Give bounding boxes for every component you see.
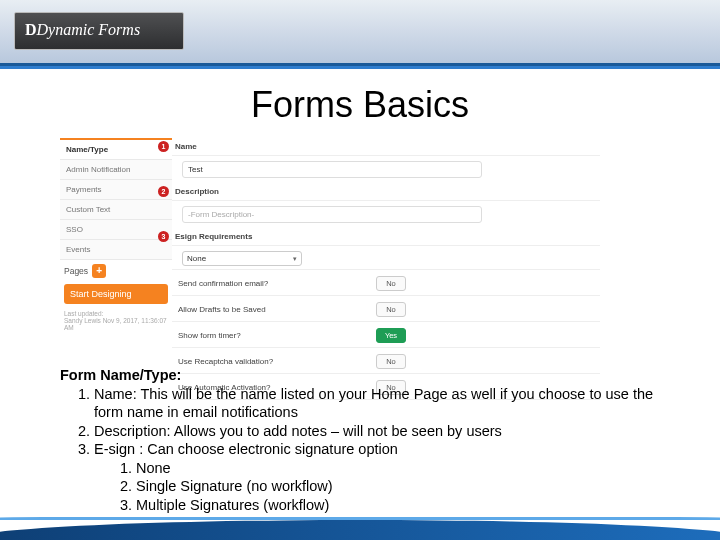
settings-main: 1 Name Test 2 Description -Form Descript…	[172, 138, 600, 356]
settings-sidebar: Name/Type Admin Notification Payments Cu…	[60, 138, 172, 356]
esign-row: 3 Esign Requirements	[172, 228, 600, 246]
desc-heading: Form Name/Type:	[60, 367, 181, 383]
name-input[interactable]: Test	[182, 161, 482, 178]
dynamic-forms-logo: DDynamic Forms	[14, 12, 184, 50]
esign-select[interactable]: None	[182, 251, 302, 266]
toggle-confirmation[interactable]: No	[376, 276, 406, 291]
last-updated: Last updated: Sandy Lewis Nov 9, 2017, 1…	[60, 306, 172, 335]
name-label: Name	[175, 142, 197, 151]
desc-list: Name: This will be the name listed on yo…	[94, 385, 680, 515]
callout-3: 3	[158, 231, 169, 242]
desc-item-2: Description: Allows you to add notes – w…	[94, 422, 680, 441]
esign-field-row: None	[172, 248, 600, 270]
desc-sub-2: Single Signature (no workflow)	[136, 477, 680, 496]
desc-sub-1: None	[136, 459, 680, 478]
desc-item-1: Name: This will be the name listed on yo…	[94, 385, 680, 422]
desc-item-3: E-sign : Can choose electronic signature…	[94, 440, 680, 514]
desc-item-3-text: E-sign : Can choose electronic signature…	[94, 441, 398, 457]
description-block: Form Name/Type: Name: This will be the n…	[60, 366, 680, 514]
add-page-button[interactable]: +	[92, 264, 106, 278]
description-field-row: -Form Description-	[172, 203, 600, 226]
callout-1: 1	[158, 141, 169, 152]
page-title: Forms Basics	[0, 84, 720, 126]
esign-value: None	[187, 254, 206, 263]
description-label: Description	[175, 187, 219, 196]
toggle-drafts[interactable]: No	[376, 302, 406, 317]
form-settings-screenshot: Name/Type Admin Notification Payments Cu…	[60, 138, 600, 356]
last-updated-value: Sandy Lewis Nov 9, 2017, 11:36:07 AM	[64, 317, 168, 331]
sidebar-item-custom-text[interactable]: Custom Text	[60, 200, 172, 220]
sidebar-item-name-type[interactable]: Name/Type	[60, 138, 172, 160]
toggle-timer[interactable]: Yes	[376, 328, 406, 343]
callout-2: 2	[158, 186, 169, 197]
desc-sub-3: Multiple Signatures (workflow)	[136, 496, 680, 515]
sidebar-item-payments[interactable]: Payments	[60, 180, 172, 200]
toggle-label: Show form timer?	[178, 331, 241, 340]
toggle-label: Use Recaptcha validation?	[178, 357, 273, 366]
sidebar-item-sso[interactable]: SSO	[60, 220, 172, 240]
toggle-row-timer: Show form timer? Yes	[172, 324, 600, 348]
desc-sublist: None Single Signature (no workflow) Mult…	[136, 459, 680, 515]
description-input[interactable]: -Form Description-	[182, 206, 482, 223]
toggle-row-confirmation: Send confirmation email? No	[172, 272, 600, 296]
pages-label: Pages	[64, 266, 88, 276]
start-designing-button[interactable]: Start Designing	[64, 284, 168, 304]
sidebar-item-admin-notification[interactable]: Admin Notification	[60, 160, 172, 180]
esign-label: Esign Requirements	[175, 232, 252, 241]
description-row: 2 Description	[172, 183, 600, 201]
name-field-row: Test	[172, 158, 600, 181]
sidebar-item-events[interactable]: Events	[60, 240, 172, 260]
pages-row: Pages +	[60, 260, 172, 282]
last-updated-label: Last updated:	[64, 310, 168, 317]
name-row: 1 Name	[172, 138, 600, 156]
bottom-curve	[0, 520, 720, 540]
toggle-row-drafts: Allow Drafts to be Saved No	[172, 298, 600, 322]
logo-text: Dynamic Forms	[37, 21, 141, 38]
toggle-label: Send confirmation email?	[178, 279, 268, 288]
toggle-label: Allow Drafts to be Saved	[178, 305, 266, 314]
header-bar: DDynamic Forms	[0, 0, 720, 66]
